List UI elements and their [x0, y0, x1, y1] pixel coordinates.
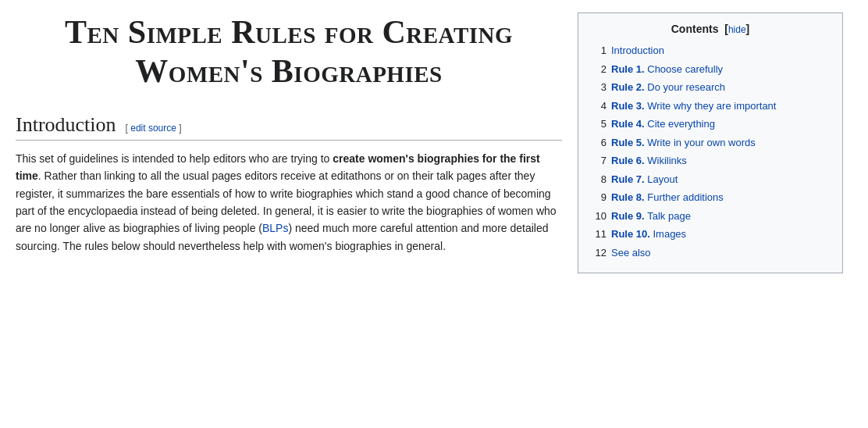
contents-item: 11Rule 10. Images: [591, 226, 830, 242]
contents-item-num: 8: [591, 172, 607, 187]
contents-item-link[interactable]: Rule 7. Layout: [611, 172, 678, 187]
contents-item: 9Rule 8. Further additions: [591, 190, 830, 205]
contents-item-num: 10: [591, 209, 607, 224]
contents-item: 12See also: [591, 245, 830, 261]
contents-box: Contents [hide] 1Introduction2Rule 1. Ch…: [578, 12, 843, 273]
contents-item-num: 4: [591, 98, 607, 114]
main-content: Ten Simple Rules for Creating Women's Bi…: [16, 12, 562, 416]
contents-item-num: 3: [591, 80, 607, 95]
contents-header: Contents [hide]: [591, 23, 830, 35]
contents-item-num: 11: [591, 226, 607, 242]
contents-item-num: 1: [591, 43, 607, 59]
contents-item: 10Rule 9. Talk page: [591, 209, 830, 224]
contents-item-link[interactable]: Rule 8. Further additions: [611, 190, 724, 205]
page-title: Ten Simple Rules for Creating Women's Bi…: [16, 12, 562, 91]
contents-item-link[interactable]: See also: [611, 245, 651, 261]
introduction-heading-container: Introduction [ edit source ]: [16, 113, 562, 141]
contents-item-num: 2: [591, 62, 607, 77]
contents-item-link[interactable]: Rule 10. Images: [611, 226, 686, 242]
contents-item-link[interactable]: Rule 5. Write in your own words: [611, 135, 756, 151]
blps-link[interactable]: BLPs: [262, 222, 288, 234]
contents-item: 5Rule 4. Cite everything: [591, 116, 830, 132]
introduction-body: This set of guidelines is intended to he…: [16, 150, 562, 255]
contents-item: 8Rule 7. Layout: [591, 172, 830, 187]
contents-item: 7Rule 6. Wikilinks: [591, 153, 830, 169]
contents-item-link[interactable]: Introduction: [611, 43, 664, 59]
contents-hide-link[interactable]: hide: [728, 24, 746, 35]
contents-item-link[interactable]: Rule 3. Write why they are important: [611, 98, 776, 114]
contents-list: 1Introduction2Rule 1. Choose carefully3R…: [591, 43, 830, 260]
contents-item-link[interactable]: Rule 2. Do your research: [611, 80, 725, 95]
intro-paragraph-1: This set of guidelines is intended to he…: [16, 150, 562, 255]
contents-item: 1Introduction: [591, 43, 830, 59]
contents-item-num: 9: [591, 190, 607, 205]
contents-item-link[interactable]: Rule 6. Wikilinks: [611, 153, 687, 169]
contents-item: 3Rule 2. Do your research: [591, 80, 830, 95]
contents-item: 4Rule 3. Write why they are important: [591, 98, 830, 114]
edit-source-bracket: [ edit source ]: [126, 123, 182, 134]
contents-item: 2Rule 1. Choose carefully: [591, 62, 830, 77]
contents-title: Contents: [671, 23, 719, 35]
edit-source-link[interactable]: edit source: [130, 123, 176, 134]
contents-item-link[interactable]: Rule 1. Choose carefully: [611, 62, 723, 77]
contents-item-link[interactable]: Rule 9. Talk page: [611, 209, 691, 224]
contents-item-num: 6: [591, 135, 607, 151]
contents-item: 6Rule 5. Write in your own words: [591, 135, 830, 151]
contents-item-num: 5: [591, 116, 607, 132]
contents-item-num: 12: [591, 245, 607, 261]
introduction-heading: Introduction: [16, 113, 116, 137]
contents-item-link[interactable]: Rule 4. Cite everything: [611, 116, 715, 132]
contents-item-num: 7: [591, 153, 607, 169]
